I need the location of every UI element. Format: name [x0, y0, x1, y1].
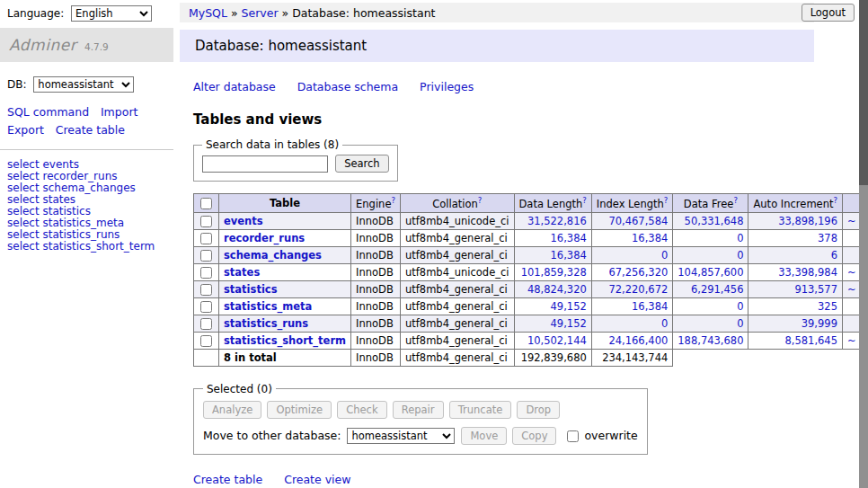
data-length-link[interactable]: 10,502,144	[527, 334, 587, 347]
search-input[interactable]	[202, 155, 328, 173]
data-free-link[interactable]: 0	[737, 317, 743, 330]
help-icon[interactable]: ?	[582, 196, 587, 205]
auto-increment-link[interactable]: 325	[818, 300, 837, 313]
table-row: statistics_metaInnoDButf8mb4_general_ci4…	[194, 297, 868, 315]
row-checkbox[interactable]	[200, 267, 212, 279]
row-checkbox[interactable]	[200, 301, 212, 313]
engine-cell: InnoDB	[351, 297, 401, 315]
overwrite-checkbox[interactable]	[567, 430, 579, 442]
table-link[interactable]: events	[224, 215, 263, 227]
truncate-button[interactable]: Truncate	[449, 401, 512, 419]
data-length-link[interactable]: 101,859,328	[521, 266, 587, 279]
analyze-button[interactable]: Analyze	[203, 401, 261, 419]
search-button[interactable]: Search	[335, 155, 389, 173]
data-free-link[interactable]: 188,743,680	[678, 334, 743, 347]
table-link[interactable]: schema_changes	[224, 249, 322, 262]
breadcrumb-separator: »	[279, 6, 293, 20]
help-icon[interactable]: ?	[391, 196, 395, 205]
auto-increment-link[interactable]: 913,577	[794, 283, 837, 296]
data-length-cell: 49,152	[514, 297, 591, 315]
data-free-link[interactable]: 0	[737, 249, 743, 262]
sidebar-table-list: select eventsselect recorder_runsselect …	[0, 150, 173, 261]
db-action-link[interactable]: Alter database	[193, 80, 276, 93]
collation-cell: utf8mb4_unicode_ci	[400, 263, 514, 280]
data-length-link[interactable]: 31,522,816	[527, 215, 587, 227]
auto-increment-link[interactable]: 33,398,984	[778, 266, 837, 279]
table-link[interactable]: statistics_runs	[224, 317, 308, 330]
data-free-link[interactable]: 6,291,456	[691, 283, 744, 296]
check-button[interactable]: Check	[337, 401, 386, 419]
table-row: statistics_short_termInnoDButf8mb4_gener…	[194, 332, 868, 349]
drop-button[interactable]: Drop	[517, 401, 560, 419]
sidebar-table-link[interactable]: select statistics	[7, 206, 166, 217]
create-link[interactable]: Create view	[284, 473, 350, 486]
scrollbar-thumb[interactable]	[859, 0, 868, 185]
repair-button[interactable]: Repair	[393, 401, 444, 419]
sidebar-action-link[interactable]: Export	[7, 123, 44, 137]
db-action-link[interactable]: Database schema	[297, 80, 398, 93]
index-length-link[interactable]: 72,220,672	[608, 283, 668, 296]
sidebar-table-link[interactable]: select statistics_runs	[7, 229, 166, 241]
create-link[interactable]: Create table	[193, 473, 262, 486]
data-length-link[interactable]: 49,152	[551, 317, 587, 330]
move-button[interactable]: Move	[461, 427, 507, 445]
table-link[interactable]: states	[224, 266, 260, 279]
index-length-link[interactable]: 24,166,400	[608, 334, 668, 347]
index-length-link[interactable]: 0	[661, 317, 668, 330]
optimize-button[interactable]: Optimize	[267, 401, 332, 419]
auto-increment-cell: 325	[748, 297, 843, 315]
row-checkbox[interactable]	[200, 233, 212, 244]
select-all-checkbox[interactable]	[200, 198, 212, 209]
breadcrumb-item[interactable]: Server	[242, 6, 279, 20]
help-icon[interactable]: ?	[833, 196, 837, 205]
row-checkbox[interactable]	[200, 284, 212, 296]
table-row: recorder_runsInnoDButf8mb4_general_ci16,…	[194, 229, 868, 246]
index-length-link[interactable]: 70,467,584	[608, 215, 668, 227]
auto-increment-link[interactable]: 8,581,645	[784, 334, 837, 347]
data-free-link[interactable]: 0	[737, 232, 743, 244]
sidebar-table-link[interactable]: select schema_changes	[7, 182, 166, 194]
data-length-link[interactable]: 49,152	[551, 300, 587, 313]
sidebar-action-link[interactable]: SQL command	[7, 105, 89, 119]
sidebar-table-link[interactable]: select states	[7, 194, 166, 206]
total-check-cell	[194, 349, 219, 366]
auto-increment-link[interactable]: 33,898,196	[778, 215, 837, 227]
sidebar-table-link[interactable]: select statistics_short_term	[7, 241, 166, 253]
row-checkbox[interactable]	[200, 250, 212, 262]
help-icon[interactable]: ?	[664, 196, 669, 205]
auto-increment-link[interactable]: 378	[818, 232, 837, 244]
data-length-link[interactable]: 16,384	[551, 249, 587, 262]
sidebar-action-link[interactable]: Import	[101, 105, 138, 119]
db-select[interactable]: homeassistant	[33, 76, 134, 93]
row-checkbox[interactable]	[200, 318, 212, 330]
data-free-link[interactable]: 0	[737, 300, 743, 313]
help-icon[interactable]: ?	[733, 196, 738, 205]
table-link[interactable]: statistics	[224, 283, 278, 296]
logout-button[interactable]: Logout	[802, 4, 855, 22]
sidebar-action-link[interactable]: Create table	[56, 123, 125, 137]
language-select[interactable]: English	[71, 5, 152, 22]
index-length-link[interactable]: 67,256,320	[608, 266, 668, 279]
row-checkbox[interactable]	[200, 335, 212, 347]
help-icon[interactable]: ?	[478, 196, 483, 205]
breadcrumb-item[interactable]: MySQL	[189, 6, 227, 20]
row-checkbox[interactable]	[200, 216, 212, 227]
engine-cell: InnoDB	[351, 229, 401, 246]
data-length-link[interactable]: 48,824,320	[527, 283, 587, 296]
table-link[interactable]: statistics_short_term	[224, 334, 346, 347]
db-action-link[interactable]: Privileges	[420, 80, 474, 93]
index-length-link[interactable]: 16,384	[632, 300, 668, 313]
index-length-link[interactable]: 16,384	[632, 232, 668, 244]
data-free-link[interactable]: 50,331,648	[685, 215, 744, 227]
copy-button[interactable]: Copy	[512, 427, 556, 445]
index-length-link[interactable]: 0	[661, 249, 668, 262]
table-link[interactable]: statistics_meta	[224, 300, 312, 313]
auto-increment-link[interactable]: 6	[831, 249, 837, 262]
auto-increment-link[interactable]: 39,999	[802, 317, 837, 330]
scrollbar[interactable]	[859, 0, 868, 488]
data-length-link[interactable]: 16,384	[551, 232, 587, 244]
table-link[interactable]: recorder_runs	[224, 232, 305, 244]
data-free-link[interactable]: 104,857,600	[678, 266, 743, 279]
move-db-select[interactable]: homeassistant	[347, 428, 455, 444]
sidebar-table-link[interactable]: select statistics_meta	[7, 217, 166, 229]
